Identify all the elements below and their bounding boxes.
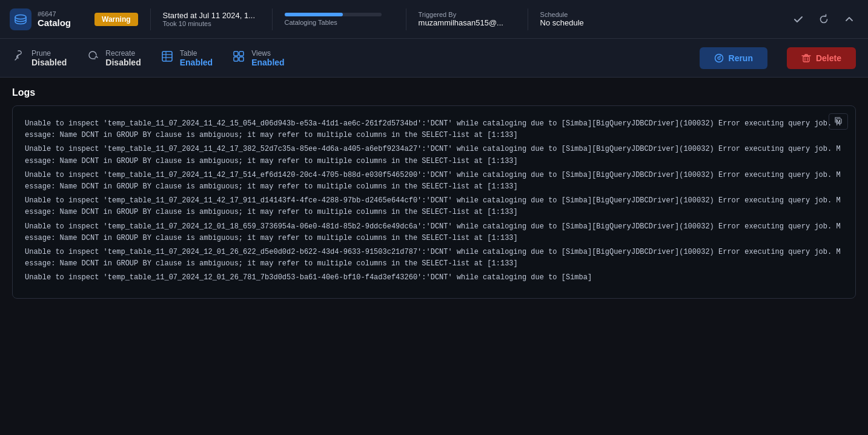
recreate-icon bbox=[86, 50, 99, 66]
triggered-by-value: muzammilhasan515@... bbox=[419, 18, 515, 27]
status-badge: Warning bbox=[94, 13, 138, 26]
prune-value: Disabled bbox=[31, 58, 67, 67]
table-icon bbox=[161, 50, 174, 66]
log-line: Unable to inspect 'temp_table_11_07_2024… bbox=[25, 195, 843, 218]
prune-option: Prune Disabled bbox=[12, 49, 67, 67]
delete-label: Delete bbox=[816, 53, 841, 63]
recreate-option: Recreate Disabled bbox=[86, 49, 141, 67]
copy-logs-button[interactable] bbox=[829, 113, 848, 130]
svg-point-0 bbox=[15, 15, 26, 19]
svg-rect-6 bbox=[239, 51, 244, 56]
progress-section: Cataloging Tables bbox=[285, 13, 394, 26]
header-divider-3 bbox=[406, 8, 406, 30]
prune-text: Prune Disabled bbox=[31, 49, 67, 67]
header-actions bbox=[789, 12, 858, 27]
header-divider-2 bbox=[272, 8, 273, 30]
triggered-by-label: Triggered By bbox=[419, 11, 515, 18]
schedule-label: Schedule bbox=[540, 11, 637, 18]
progress-track bbox=[285, 13, 382, 16]
table-label: Table bbox=[180, 49, 213, 58]
header-divider-1 bbox=[150, 8, 151, 30]
views-text: Views Enabled bbox=[251, 49, 284, 67]
progress-fill bbox=[285, 13, 343, 16]
svg-rect-11 bbox=[837, 119, 841, 124]
svg-rect-5 bbox=[234, 51, 238, 56]
log-spacer bbox=[25, 284, 843, 286]
log-line: Unable to inspect 'temp_table_11_07_2024… bbox=[25, 170, 843, 193]
took-label: Took 10 minutes bbox=[163, 20, 260, 27]
log-line: Unable to inspect 'temp_table_11_07_2024… bbox=[25, 272, 843, 284]
refresh-icon-button[interactable] bbox=[815, 12, 833, 27]
recreate-text: Recreate Disabled bbox=[105, 49, 141, 67]
views-option: Views Enabled bbox=[232, 49, 284, 67]
log-line: Unable to inspect 'temp_table_11_07_2024… bbox=[25, 144, 843, 167]
log-line: Unable to inspect 'temp_table_11_07_2024… bbox=[25, 247, 843, 270]
recreate-value: Disabled bbox=[105, 58, 141, 67]
started-value: Started at Jul 11 2024, 1... bbox=[163, 11, 260, 20]
collapse-icon-button[interactable] bbox=[840, 12, 858, 27]
table-value: Enabled bbox=[180, 58, 213, 67]
svg-rect-8 bbox=[239, 57, 244, 61]
header-divider-4 bbox=[528, 8, 528, 30]
svg-point-9 bbox=[715, 54, 723, 62]
log-line: Unable to inspect 'temp_table_11_07_2024… bbox=[25, 118, 843, 141]
svg-rect-1 bbox=[162, 51, 172, 61]
log-lines: Unable to inspect 'temp_table_11_07_2024… bbox=[25, 118, 843, 286]
views-label: Views bbox=[251, 49, 284, 58]
views-icon bbox=[232, 50, 245, 66]
triggered-by-info: Triggered By muzammilhasan515@... bbox=[419, 11, 515, 27]
app-name: Catalog bbox=[38, 18, 71, 28]
table-text: Table Enabled bbox=[180, 49, 213, 67]
svg-rect-10 bbox=[803, 56, 809, 62]
delete-button[interactable]: Delete bbox=[787, 47, 856, 69]
app-icon bbox=[10, 8, 31, 30]
table-option: Table Enabled bbox=[161, 49, 213, 67]
progress-label: Cataloging Tables bbox=[285, 19, 394, 26]
svg-rect-7 bbox=[234, 57, 238, 61]
log-line: Unable to inspect 'temp_table_11_07_2024… bbox=[25, 221, 843, 244]
views-value: Enabled bbox=[251, 58, 284, 67]
prune-label: Prune bbox=[31, 49, 67, 58]
schedule-value: No schedule bbox=[540, 18, 637, 27]
job-id: #6647 bbox=[38, 10, 71, 18]
schedule-info: Schedule No schedule bbox=[540, 11, 637, 27]
logs-section: Logs Unable to inspect 'temp_table_11_07… bbox=[0, 78, 868, 308]
started-info: Started at Jul 11 2024, 1... Took 10 min… bbox=[163, 11, 260, 27]
rerun-button[interactable]: Rerun bbox=[700, 47, 767, 69]
app-logo: #6647 Catalog bbox=[10, 8, 82, 30]
logs-title: Logs bbox=[12, 87, 856, 98]
logo-text-block: #6647 Catalog bbox=[38, 10, 71, 28]
rerun-label: Rerun bbox=[729, 53, 753, 63]
prune-icon bbox=[12, 50, 25, 66]
check-icon-button[interactable] bbox=[789, 12, 807, 27]
logs-container[interactable]: Unable to inspect 'temp_table_11_07_2024… bbox=[12, 105, 856, 299]
recreate-label: Recreate bbox=[105, 49, 141, 58]
secondary-bar: Prune Disabled Recreate Disabled Table bbox=[0, 39, 868, 78]
header-bar: #6647 Catalog Warning Started at Jul 11 … bbox=[0, 0, 868, 39]
